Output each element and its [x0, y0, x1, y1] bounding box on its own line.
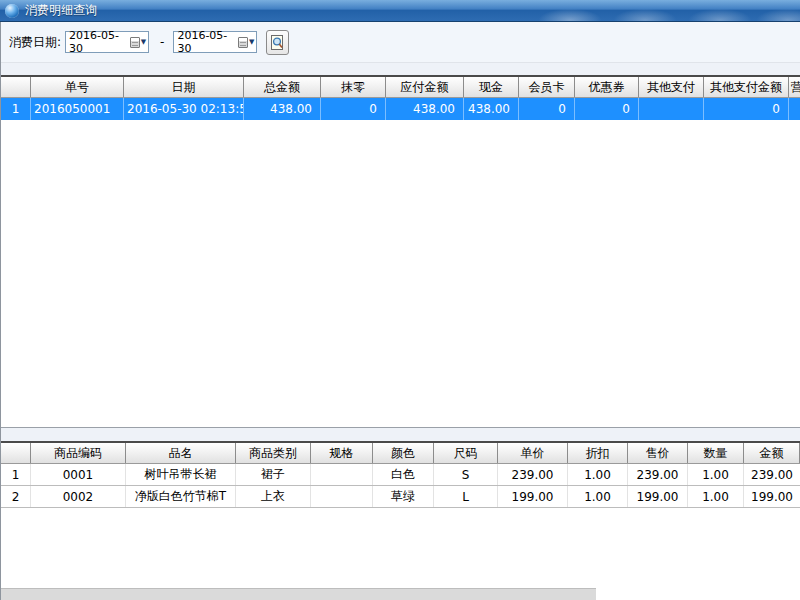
search-button[interactable]	[266, 30, 289, 55]
items-header-spec: 规格	[311, 443, 373, 463]
item-spec-cell	[311, 486, 373, 507]
order-payable-cell: 438.00	[386, 98, 464, 120]
item-color-cell: 草绿	[373, 486, 434, 507]
items-table: 商品编码 品名 商品类别 规格 颜色 尺码 单价 折扣 售价 数量 金额 1 0…	[1, 441, 800, 588]
search-document-icon	[270, 34, 285, 51]
items-header-name: 品名	[126, 443, 236, 463]
items-header-qty: 数量	[688, 443, 744, 463]
items-header-code: 商品编码	[31, 443, 126, 463]
app-globe-icon	[5, 4, 19, 18]
items-header-amount: 金额	[744, 443, 800, 463]
items-table-empty-area	[1, 508, 800, 588]
date-to-value: 2016-05-30	[177, 29, 238, 55]
orders-header-member-card: 会员卡	[519, 77, 575, 97]
order-rownum-cell: 1	[1, 98, 31, 120]
item-discount-cell: 1.00	[568, 464, 628, 485]
orders-header-round-off: 抹零	[321, 77, 386, 97]
window-title: 消费明细查询	[25, 2, 97, 19]
titlebar: 消费明细查询	[0, 0, 800, 22]
date-from-input[interactable]: 2016-05-30 ▼	[65, 31, 149, 53]
orders-table-row-selected[interactable]: 1 2016050001 2016-05-30 02:13:50 438.00 …	[1, 98, 800, 120]
items-header-category: 商品类别	[236, 443, 311, 463]
order-cash-cell: 438.00	[464, 98, 519, 120]
chevron-down-icon: ▼	[141, 39, 146, 46]
orders-table-empty-area	[1, 120, 800, 427]
status-bar	[1, 588, 800, 600]
items-table-header: 商品编码 品名 商品类别 规格 颜色 尺码 单价 折扣 售价 数量 金额	[1, 441, 800, 464]
items-table-row-1[interactable]: 1 0001 树叶吊带长裙 裙子 白色 S 239.00 1.00 239.00…	[1, 464, 800, 486]
orders-header-cash: 现金	[464, 77, 519, 97]
items-header-color: 颜色	[373, 443, 434, 463]
order-round-off-cell: 0	[321, 98, 386, 120]
tables-divider	[1, 428, 800, 441]
item-spec-cell	[311, 464, 373, 485]
item-sale-price-cell: 199.00	[628, 486, 688, 507]
chevron-down-icon: ▼	[249, 39, 254, 46]
items-header-size: 尺码	[434, 443, 498, 463]
calendar-icon	[130, 37, 140, 48]
orders-header-clipped: 营	[789, 77, 800, 97]
item-size-cell: S	[434, 464, 498, 485]
status-strip	[1, 588, 596, 600]
date-to-input[interactable]: 2016-05-30 ▼	[173, 31, 257, 53]
items-header-unit-price: 单价	[498, 443, 568, 463]
order-clipped-cell	[789, 98, 800, 120]
orders-header-payable: 应付金额	[386, 77, 464, 97]
order-other-payment-cell	[639, 98, 704, 120]
item-amount-cell: 239.00	[744, 464, 800, 485]
orders-header-total: 总金额	[244, 77, 321, 97]
item-discount-cell: 1.00	[568, 486, 628, 507]
order-date-cell: 2016-05-30 02:13:50	[124, 98, 244, 120]
items-header-sale-price: 售价	[628, 443, 688, 463]
item-unit-price-cell: 239.00	[498, 464, 568, 485]
orders-header-order-no: 单号	[31, 77, 124, 97]
orders-header-rownum	[1, 77, 31, 97]
order-no-cell: 2016050001	[31, 98, 124, 120]
item-color-cell: 白色	[373, 464, 434, 485]
item-amount-cell: 199.00	[744, 486, 800, 507]
orders-header-date: 日期	[124, 77, 244, 97]
date-from-calendar-dropdown-icon[interactable]: ▼	[130, 37, 146, 48]
item-qty-cell: 1.00	[688, 486, 744, 507]
date-from-value: 2016-05-30	[69, 29, 130, 55]
item-name-cell: 净版白色竹节棉T	[126, 486, 236, 507]
date-range-separator: -	[160, 35, 164, 49]
window-content: 消费日期: 2016-05-30 ▼ - 2016-05-30 ▼	[0, 22, 800, 600]
date-range-label: 消费日期:	[9, 34, 61, 51]
orders-table-header: 单号 日期 总金额 抹零 应付金额 现金 会员卡 优惠券 其他支付 其他支付金额…	[1, 75, 800, 98]
orders-header-other-payment: 其他支付	[639, 77, 704, 97]
item-name-cell: 树叶吊带长裙	[126, 464, 236, 485]
item-sale-price-cell: 239.00	[628, 464, 688, 485]
order-other-payment-amount-cell: 0	[704, 98, 789, 120]
toolbar-table-divider	[1, 62, 800, 75]
items-header-discount: 折扣	[568, 443, 628, 463]
item-rownum-cell: 1	[1, 464, 31, 485]
order-coupon-cell: 0	[575, 98, 639, 120]
item-code-cell: 0001	[31, 464, 126, 485]
item-code-cell: 0002	[31, 486, 126, 507]
orders-table: 单号 日期 总金额 抹零 应付金额 现金 会员卡 优惠券 其他支付 其他支付金额…	[1, 75, 800, 428]
items-table-row-2[interactable]: 2 0002 净版白色竹节棉T 上衣 草绿 L 199.00 1.00 199.…	[1, 486, 800, 508]
date-to-calendar-dropdown-icon[interactable]: ▼	[238, 37, 254, 48]
calendar-icon	[238, 37, 248, 48]
item-qty-cell: 1.00	[688, 464, 744, 485]
order-total-cell: 438.00	[244, 98, 321, 120]
item-category-cell: 上衣	[236, 486, 311, 507]
app-window: 消费明细查询 消费日期: 2016-05-30 ▼ - 2016-05-30 ▼	[0, 0, 800, 600]
orders-header-other-payment-amount: 其他支付金额	[704, 77, 789, 97]
orders-header-coupon: 优惠券	[575, 77, 639, 97]
item-category-cell: 裙子	[236, 464, 311, 485]
item-size-cell: L	[434, 486, 498, 507]
item-rownum-cell: 2	[1, 486, 31, 507]
item-unit-price-cell: 199.00	[498, 486, 568, 507]
toolbar: 消费日期: 2016-05-30 ▼ - 2016-05-30 ▼	[1, 22, 800, 62]
order-member-card-cell: 0	[519, 98, 575, 120]
items-header-rownum	[1, 443, 31, 463]
